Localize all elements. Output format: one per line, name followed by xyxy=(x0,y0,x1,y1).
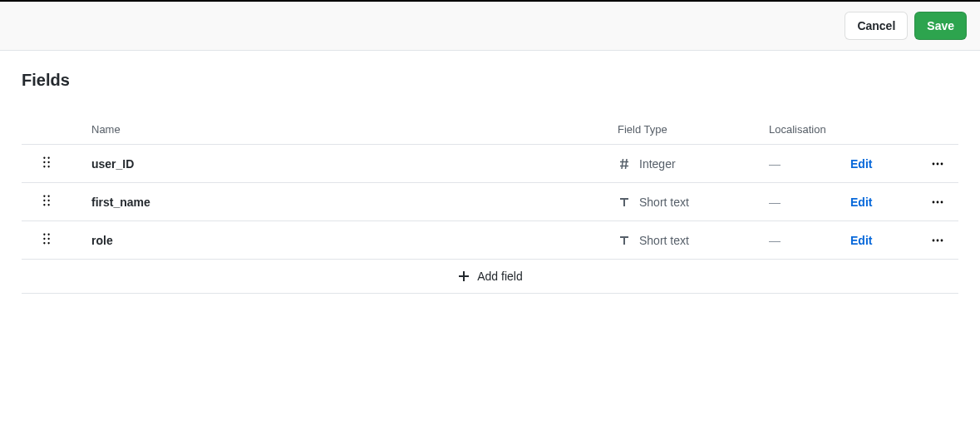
svg-point-24 xyxy=(43,238,45,240)
kebab-icon xyxy=(931,234,944,247)
svg-point-10 xyxy=(933,162,935,165)
save-button[interactable]: Save xyxy=(914,12,967,40)
col-header-type: Field Type xyxy=(618,123,767,136)
svg-point-5 xyxy=(47,166,49,167)
svg-point-11 xyxy=(937,162,939,165)
top-bar: Cancel Save xyxy=(0,0,980,51)
svg-point-21 xyxy=(941,201,943,203)
table-row: role Short text — Edit xyxy=(22,221,958,260)
edit-link[interactable]: Edit xyxy=(850,196,917,209)
drag-handle-icon[interactable] xyxy=(42,195,51,209)
text-icon xyxy=(618,196,631,209)
svg-point-4 xyxy=(43,166,45,167)
svg-point-12 xyxy=(941,162,943,165)
svg-point-16 xyxy=(47,200,49,201)
field-type-label: Integer xyxy=(639,157,676,171)
hash-icon xyxy=(618,157,631,171)
cancel-button[interactable]: Cancel xyxy=(845,12,908,40)
kebab-icon xyxy=(931,157,944,171)
fields-table: Name Field Type Localisation user_ID Int… xyxy=(22,115,958,294)
edit-link[interactable]: Edit xyxy=(850,234,917,247)
svg-point-28 xyxy=(933,239,935,241)
svg-point-15 xyxy=(43,200,45,201)
field-localisation: — xyxy=(767,234,850,247)
svg-point-2 xyxy=(43,161,45,163)
plus-icon xyxy=(457,270,470,283)
kebab-icon xyxy=(931,196,944,209)
field-type-label: Short text xyxy=(639,234,689,247)
drag-handle-icon[interactable] xyxy=(42,233,51,247)
svg-line-9 xyxy=(626,159,628,169)
svg-point-27 xyxy=(47,242,49,244)
svg-point-0 xyxy=(43,157,45,159)
field-name: user_ID xyxy=(71,157,618,171)
col-header-localisation: Localisation xyxy=(767,123,850,136)
svg-point-22 xyxy=(43,234,45,235)
table-row: first_name Short text — Edit xyxy=(22,183,958,221)
svg-point-19 xyxy=(933,201,935,203)
field-name: first_name xyxy=(71,196,618,209)
svg-point-1 xyxy=(47,157,49,159)
field-localisation: — xyxy=(767,196,850,209)
svg-point-23 xyxy=(47,234,49,235)
section-title: Fields xyxy=(22,71,958,90)
drag-handle-icon[interactable] xyxy=(42,156,51,171)
table-row: user_ID Integer — Edit xyxy=(22,145,958,183)
svg-point-17 xyxy=(43,204,45,206)
add-field-label: Add field xyxy=(477,270,522,283)
edit-link[interactable]: Edit xyxy=(850,157,917,171)
more-button[interactable] xyxy=(917,157,958,171)
svg-point-29 xyxy=(937,239,939,241)
field-localisation: — xyxy=(767,157,850,171)
more-button[interactable] xyxy=(917,196,958,209)
content: Fields Name Field Type Localisation user… xyxy=(0,51,980,314)
more-button[interactable] xyxy=(917,234,958,247)
svg-point-26 xyxy=(43,242,45,244)
svg-point-14 xyxy=(47,196,49,197)
svg-point-18 xyxy=(47,204,49,206)
add-field-button[interactable]: Add field xyxy=(22,260,958,294)
text-icon xyxy=(618,234,631,247)
svg-point-20 xyxy=(937,201,939,203)
svg-point-30 xyxy=(941,239,943,241)
svg-line-8 xyxy=(622,159,623,169)
table-header: Name Field Type Localisation xyxy=(22,115,958,145)
field-name: role xyxy=(71,234,618,247)
svg-point-13 xyxy=(43,196,45,197)
svg-point-25 xyxy=(47,238,49,240)
field-type-label: Short text xyxy=(639,196,689,209)
svg-point-3 xyxy=(47,161,49,163)
col-header-name: Name xyxy=(71,123,618,136)
